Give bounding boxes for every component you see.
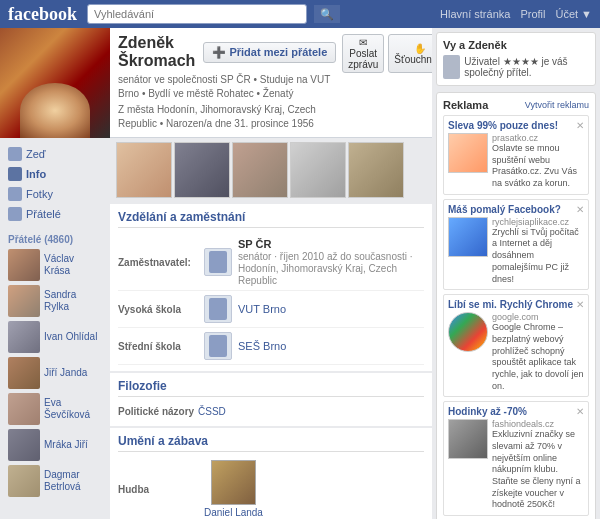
- list-item: ✕ Sleva 99% pouze dnes! prasatko.cz Osla…: [443, 115, 589, 195]
- midschool-label: Střední škola: [118, 341, 198, 352]
- nav-links: Hlavní stránka Profil Účet ▼: [440, 8, 592, 20]
- sidebar-item-friends[interactable]: Přátelé: [8, 204, 102, 224]
- nav-home[interactable]: Hlavní stránka: [440, 8, 510, 20]
- close-ad-0[interactable]: ✕: [576, 120, 584, 131]
- info-icon: [8, 167, 22, 181]
- ad-title-1[interactable]: Máš pomalý Facebook?: [448, 204, 584, 215]
- music-label: Hudba: [118, 484, 198, 495]
- friend-name[interactable]: Sandra Rylka: [44, 289, 102, 313]
- ad-body-3: fashiondeals.cz Exkluzivní značky se sle…: [448, 419, 584, 511]
- cover-thumb-5[interactable]: [348, 142, 404, 198]
- search-button[interactable]: 🔍: [313, 4, 341, 24]
- midschool-name[interactable]: SEŠ Brno: [238, 340, 286, 352]
- ad-domain-1: rychlejsiaplikace.cz: [492, 217, 584, 227]
- ad-thumb-0: [448, 133, 488, 173]
- ad-title-0[interactable]: Sleva 99% pouze dnes!: [448, 120, 584, 131]
- ad-text-3: Exkluzivní značky se slevami až 70% v ne…: [492, 429, 584, 511]
- sidebar-item-photos[interactable]: Fotky: [8, 184, 102, 204]
- sidebar-wall-label: Zeď: [26, 148, 46, 160]
- ad-body-2: google.com Google Chrome – bezplatný web…: [448, 312, 584, 392]
- list-item: ✕ Hodinky až -70% fashiondeals.cz Exkluz…: [443, 401, 589, 516]
- vy-friend-thumb: [443, 55, 460, 79]
- filosofie-row: Politické názory ČSSD: [118, 403, 424, 420]
- music-item-1: Daniel Landa: [204, 460, 263, 518]
- friends-icon: [8, 207, 22, 221]
- vy-a-zdenek-box: Vy a Zdeněk Uživatel ★★★★ je váš společn…: [436, 32, 596, 86]
- ad-image-2[interactable]: [448, 312, 488, 352]
- ad-domain-2: google.com: [492, 312, 584, 322]
- ad-thumb-1: [448, 217, 488, 257]
- ad-domain-0: prasatko.cz: [492, 133, 584, 143]
- sidebar-item-info[interactable]: Info: [8, 164, 102, 184]
- profile-header-info: Zdeněk Škromach ➕ Přidat mezi přátele se…: [118, 34, 336, 131]
- highschool-row: Vysoká škola VUT Brno: [118, 291, 424, 328]
- friend-thumb: [8, 465, 40, 497]
- friend-thumb: [8, 321, 40, 353]
- profile-name: Zdeněk Škromach: [118, 34, 195, 70]
- filosofie-section: Filozofie Politické názory ČSSD: [110, 373, 432, 426]
- ad-thumb-2: [448, 312, 488, 352]
- poke-button[interactable]: ✋ Šťouchnout: [388, 34, 432, 73]
- profile-meta-line1: senátor ve společnosti SP ČR • Studuje n…: [118, 73, 336, 101]
- close-ad-2[interactable]: ✕: [576, 299, 584, 310]
- friend-name[interactable]: Mráka Jiří: [44, 439, 88, 451]
- music-thumb-1[interactable]: [211, 460, 256, 505]
- ad-image-3[interactable]: [448, 419, 488, 459]
- ad-text-area-3: fashiondeals.cz Exkluzivní značky se sle…: [492, 419, 584, 511]
- highschool-icon: [204, 295, 232, 323]
- close-ad-1[interactable]: ✕: [576, 204, 584, 215]
- filosofie-title: Filozofie: [118, 379, 424, 397]
- ad-text-area-0: prasatko.cz Oslavte se mnou spuštění web…: [492, 133, 584, 190]
- friend-name[interactable]: Ivan Ohlídal: [44, 331, 97, 343]
- add-friend-button[interactable]: ➕ Přidat mezi přátele: [203, 42, 336, 63]
- ad-title-3[interactable]: Hodinky až -70%: [448, 406, 584, 417]
- list-item: ✕ Máš pomalý Facebook? rychlejsiaplikace…: [443, 199, 589, 290]
- ad-title-2[interactable]: Líbí se mi. Rychlý Chrome: [448, 299, 584, 310]
- ad-image-1[interactable]: [448, 217, 488, 257]
- friend-thumb: [8, 393, 40, 425]
- filosofie-value[interactable]: ČSSD: [198, 406, 226, 417]
- list-item: Václav Krása: [0, 247, 110, 283]
- education-section: Vzdělání a zaměstnání Zaměstnavatel: SP …: [110, 204, 432, 371]
- nav-account[interactable]: Účet ▼: [555, 8, 592, 20]
- cover-thumb-2[interactable]: [174, 142, 230, 198]
- employer-name[interactable]: SP ČR: [238, 238, 271, 250]
- ad-body-0: prasatko.cz Oslavte se mnou spuštění web…: [448, 133, 584, 190]
- friends-section-title: Přátelé (4860): [0, 230, 110, 247]
- sidebar-item-wall[interactable]: Zeď: [8, 144, 102, 164]
- list-item: ✕ Líbí se mi. Rychlý Chrome google.com G…: [443, 294, 589, 397]
- ad-text-0: Oslavte se mnou spuštění webu Prasátko.c…: [492, 143, 584, 190]
- friends-list: Václav Krása Sandra Rylka Ivan Ohlídal J…: [0, 247, 110, 499]
- midschool-icon: [204, 332, 232, 360]
- cover-thumb-1[interactable]: [116, 142, 172, 198]
- search-input[interactable]: [87, 4, 307, 24]
- friend-name[interactable]: Jiří Janda: [44, 367, 87, 379]
- main-layout: Zeď Info Fotky Přátelé Přátelé (4860) Vá…: [0, 28, 600, 519]
- close-ad-3[interactable]: ✕: [576, 406, 584, 417]
- music-name-1[interactable]: Daniel Landa: [204, 507, 263, 518]
- sidebar-friends-label: Přátelé: [26, 208, 61, 220]
- list-item: Ivan Ohlídal: [0, 319, 110, 355]
- friend-name[interactable]: Eva Ševčíková: [44, 397, 102, 421]
- ads-section: Reklama Vytvořit reklamu ✕ Sleva 99% pou…: [436, 92, 596, 519]
- friend-thumb: [8, 249, 40, 281]
- arts-section: Umění a zábava Hudba Daniel Landa: [110, 428, 432, 519]
- profile-pic-placeholder: [0, 28, 110, 138]
- nav-profile[interactable]: Profil: [520, 8, 545, 20]
- list-item: Dagmar Betrlová: [0, 463, 110, 499]
- friend-thumb: [8, 357, 40, 389]
- ads-header: Reklama Vytvořit reklamu: [443, 99, 589, 111]
- sidebar-photos-label: Fotky: [26, 188, 53, 200]
- highschool-name[interactable]: VUT Brno: [238, 303, 286, 315]
- highschool-label: Vysoká škola: [118, 304, 198, 315]
- friend-name[interactable]: Dagmar Betrlová: [44, 469, 102, 493]
- employer-icon: [204, 248, 232, 276]
- ad-image-0[interactable]: [448, 133, 488, 173]
- cover-thumb-3[interactable]: [232, 142, 288, 198]
- create-ad-link[interactable]: Vytvořit reklamu: [525, 100, 589, 110]
- cover-thumb-4[interactable]: [290, 142, 346, 198]
- ad-domain-3: fashiondeals.cz: [492, 419, 584, 429]
- employer-value: SP ČR senátor · říjen 2010 až do současn…: [238, 238, 424, 286]
- send-message-button[interactable]: ✉ Poslat zprávu: [342, 34, 384, 73]
- friend-name[interactable]: Václav Krása: [44, 253, 102, 277]
